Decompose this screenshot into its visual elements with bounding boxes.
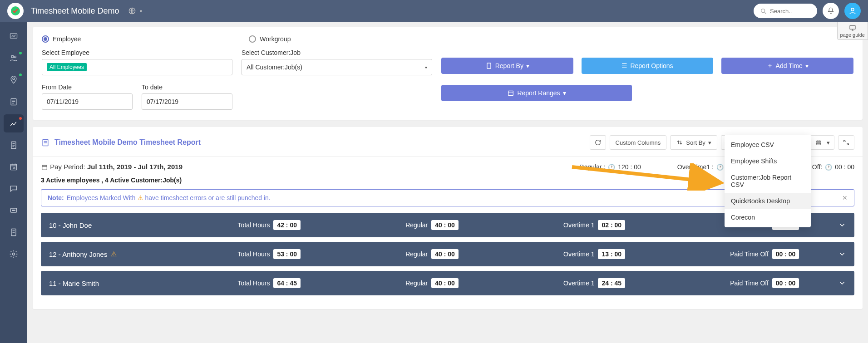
th-label: Total Hours	[238, 221, 270, 229]
radio-workgroup-label: Workgroup	[260, 35, 291, 43]
report-by-button[interactable]: Report By ▾	[441, 58, 573, 74]
custom-columns-button[interactable]: Custom Columns	[610, 135, 667, 150]
download-option[interactable]: Employee Shifts	[725, 153, 811, 169]
reg-value: 40 : 00	[431, 278, 459, 288]
report-options-button[interactable]: ☰ Report Options	[582, 58, 714, 74]
sidebar-item-users[interactable]	[4, 49, 24, 67]
download-option[interactable]: Customer:Job Report CSV	[725, 169, 811, 193]
customer-value: All Customer:Job(s)	[247, 64, 302, 71]
downloads-dropdown: Employee CSVEmployee ShiftsCustomer:Job …	[725, 135, 811, 227]
svg-text:15: 15	[13, 167, 15, 169]
add-time-button[interactable]: ＋ Add Time ▾	[721, 58, 853, 74]
topbar: Timesheet Mobile Demo ▾	[0, 0, 868, 22]
sidebar-item-jobs[interactable]	[4, 93, 24, 111]
employee-row[interactable]: 11 - Marie SmithTotal Hours64 : 45Regula…	[41, 271, 854, 295]
svg-rect-22	[817, 143, 820, 145]
sidebar-item-messages[interactable]	[4, 201, 24, 220]
pto-value: 00 : 00	[772, 278, 799, 288]
employee-name: 12 - Anthony Jones	[49, 250, 107, 258]
note-text-b: have timesheet errors or are still punch…	[145, 194, 271, 201]
svg-rect-24	[42, 165, 47, 170]
sort-by-button[interactable]: Sort By ▾	[670, 135, 717, 150]
report-title: Timesheet Mobile Demo Timesheet Report	[41, 138, 201, 147]
close-icon[interactable]: ✕	[842, 194, 848, 201]
sidebar-item-dashboard[interactable]	[4, 27, 24, 45]
download-option[interactable]: QuickBooks Desktop	[725, 193, 811, 209]
regular-label: Regular :	[579, 163, 605, 171]
app-title: Timesheet Mobile Demo	[31, 6, 119, 16]
radio-employee[interactable]: Employee	[42, 35, 81, 43]
chevron-down-icon: ▾	[805, 62, 809, 69]
select-employee-label: Select Employee	[42, 49, 232, 56]
ot-value: 02 : 00	[598, 220, 625, 230]
th-value: 64 : 45	[273, 278, 301, 288]
select-customer-label: Select Customer:Job	[242, 49, 432, 56]
chevron-down-icon[interactable]	[838, 250, 846, 258]
user-button[interactable]	[844, 3, 861, 19]
report-ranges-label: Report Ranges	[517, 89, 560, 97]
svg-point-15	[13, 210, 14, 211]
sidebar-item-settings[interactable]	[4, 245, 24, 263]
search-icon	[760, 7, 767, 15]
to-date-input[interactable]: 07/17/2019	[142, 93, 232, 110]
sidebar-item-reports[interactable]	[4, 114, 24, 132]
refresh-button[interactable]	[590, 135, 606, 150]
ot-label: Overtime 1	[563, 221, 594, 229]
employee-row[interactable]: 12 - Anthony Jones⚠Total Hours53 : 00Reg…	[41, 242, 854, 266]
download-option[interactable]: Employee CSV	[725, 137, 811, 153]
pto-value: 00 : 00	[835, 163, 854, 171]
download-option[interactable]: Corecon	[725, 209, 811, 225]
sidebar-item-location[interactable]	[4, 71, 24, 89]
select-employee[interactable]: All Employees	[42, 59, 232, 75]
ot-label: Overtime 1	[563, 250, 594, 258]
sidebar-item-schedule[interactable]: 15	[4, 158, 24, 176]
report-ranges-button[interactable]: Report Ranges ▾	[441, 85, 632, 101]
warning-icon: ⚠	[111, 250, 117, 258]
chevron-down-icon[interactable]	[838, 279, 846, 287]
th-label: Total Hours	[238, 250, 270, 258]
note-text-a: Employees Marked With	[67, 194, 136, 201]
warning-icon: ⚠	[138, 194, 143, 201]
search-input-wrap[interactable]	[754, 4, 817, 18]
svg-rect-19	[487, 63, 491, 69]
svg-point-3	[851, 8, 854, 11]
from-date-label: From Date	[42, 83, 133, 91]
ot-label: Overtime 1	[563, 279, 594, 287]
page-guide-label: page guide	[840, 32, 865, 38]
note-bold: Note:	[48, 194, 64, 201]
app-logo[interactable]	[7, 3, 24, 19]
clock-icon: 🕐	[716, 164, 724, 171]
page-guide-button[interactable]: page guide	[837, 22, 868, 40]
chevron-down-icon: ▾	[563, 89, 566, 97]
chevron-down-icon: ▾	[708, 139, 711, 146]
plus-icon: ＋	[767, 62, 773, 70]
add-time-label: Add Time	[776, 62, 803, 69]
svg-point-8	[13, 78, 15, 79]
select-customer[interactable]: All Customer:Job(s) ▾	[242, 59, 432, 75]
notifications-button[interactable]	[823, 3, 839, 19]
from-date-input[interactable]: 07/11/2019	[42, 93, 133, 110]
reg-value: 40 : 00	[431, 249, 459, 259]
reg-label: Regular	[405, 250, 428, 258]
filters-card: Employee Workgroup Select Employee All E…	[33, 27, 863, 120]
radio-workgroup[interactable]: Workgroup	[249, 35, 291, 43]
globe-icon[interactable]	[128, 7, 136, 15]
sidebar-item-document[interactable]	[4, 136, 24, 154]
svg-point-2	[761, 9, 765, 12]
chevron-down-icon[interactable]	[838, 221, 846, 229]
svg-rect-20	[508, 91, 513, 95]
search-input[interactable]	[770, 8, 811, 15]
th-label: Total Hours	[238, 279, 270, 287]
print-button[interactable]: ▾	[810, 135, 834, 150]
pto-label: Paid Time Off	[730, 279, 769, 287]
radio-employee-label: Employee	[53, 35, 81, 43]
th-value: 53 : 00	[273, 249, 301, 259]
svg-point-18	[13, 253, 15, 255]
expand-button[interactable]	[838, 135, 854, 150]
sidebar-item-chat[interactable]	[4, 180, 24, 198]
chevron-down-icon: ▾	[827, 139, 830, 146]
pto-label: Paid Time Off	[730, 250, 769, 258]
employee-name: 11 - Marie Smith	[49, 279, 99, 287]
chevron-down-icon[interactable]: ▾	[140, 9, 142, 14]
sidebar-item-forms[interactable]	[4, 223, 24, 241]
